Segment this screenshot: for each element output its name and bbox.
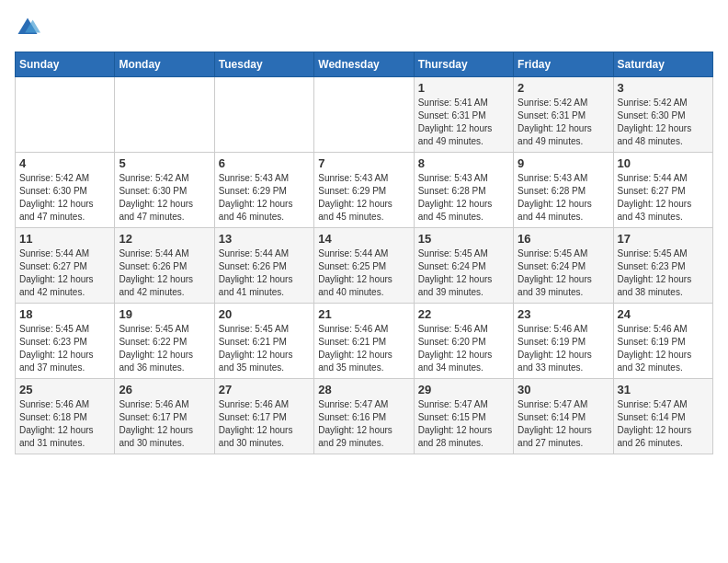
day-info: Sunrise: 5:46 AM Sunset: 6:17 PM Dayligh… xyxy=(119,398,210,450)
day-info: Sunrise: 5:47 AM Sunset: 6:15 PM Dayligh… xyxy=(418,398,509,450)
calendar-day-cell: 13Sunrise: 5:44 AM Sunset: 6:26 PM Dayli… xyxy=(214,228,313,304)
day-info: Sunrise: 5:44 AM Sunset: 6:27 PM Dayligh… xyxy=(19,247,110,299)
calendar-week-row: 25Sunrise: 5:46 AM Sunset: 6:18 PM Dayli… xyxy=(16,379,713,454)
calendar-day-cell: 11Sunrise: 5:44 AM Sunset: 6:27 PM Dayli… xyxy=(16,228,115,304)
calendar-day-cell: 23Sunrise: 5:46 AM Sunset: 6:19 PM Dayli… xyxy=(514,304,613,379)
day-info: Sunrise: 5:46 AM Sunset: 6:21 PM Dayligh… xyxy=(318,323,409,374)
day-number: 13 xyxy=(219,232,310,246)
calendar-day-cell: 27Sunrise: 5:46 AM Sunset: 6:17 PM Dayli… xyxy=(214,379,313,454)
day-info: Sunrise: 5:46 AM Sunset: 6:19 PM Dayligh… xyxy=(618,323,709,374)
day-number: 17 xyxy=(618,232,709,246)
day-info: Sunrise: 5:45 AM Sunset: 6:24 PM Dayligh… xyxy=(418,247,509,299)
calendar-day-cell: 15Sunrise: 5:45 AM Sunset: 6:24 PM Dayli… xyxy=(414,228,513,304)
day-info: Sunrise: 5:45 AM Sunset: 6:23 PM Dayligh… xyxy=(19,323,110,374)
day-info: Sunrise: 5:42 AM Sunset: 6:30 PM Dayligh… xyxy=(618,97,709,148)
day-info: Sunrise: 5:46 AM Sunset: 6:18 PM Dayligh… xyxy=(19,398,110,450)
day-number: 9 xyxy=(518,156,609,170)
calendar-day-cell: 17Sunrise: 5:45 AM Sunset: 6:23 PM Dayli… xyxy=(613,228,712,304)
calendar-day-cell: 24Sunrise: 5:46 AM Sunset: 6:19 PM Dayli… xyxy=(613,304,712,379)
calendar-day-cell: 5Sunrise: 5:42 AM Sunset: 6:30 PM Daylig… xyxy=(115,153,214,228)
day-of-week-header: Wednesday xyxy=(314,52,414,77)
day-info: Sunrise: 5:43 AM Sunset: 6:29 PM Dayligh… xyxy=(219,172,310,224)
calendar-week-row: 1Sunrise: 5:41 AM Sunset: 6:31 PM Daylig… xyxy=(16,77,713,153)
day-number: 25 xyxy=(19,383,110,396)
calendar-day-cell: 3Sunrise: 5:42 AM Sunset: 6:30 PM Daylig… xyxy=(613,77,712,153)
page-header xyxy=(15,15,713,40)
day-number: 23 xyxy=(518,307,609,321)
day-number: 22 xyxy=(418,307,509,321)
day-number: 6 xyxy=(219,156,310,170)
calendar-day-cell: 14Sunrise: 5:44 AM Sunset: 6:25 PM Dayli… xyxy=(314,228,414,304)
day-info: Sunrise: 5:42 AM Sunset: 6:31 PM Dayligh… xyxy=(518,97,609,148)
calendar-day-cell: 10Sunrise: 5:44 AM Sunset: 6:27 PM Dayli… xyxy=(613,153,712,228)
day-info: Sunrise: 5:46 AM Sunset: 6:20 PM Dayligh… xyxy=(418,323,509,374)
day-info: Sunrise: 5:43 AM Sunset: 6:28 PM Dayligh… xyxy=(418,172,509,224)
day-info: Sunrise: 5:43 AM Sunset: 6:28 PM Dayligh… xyxy=(518,172,609,224)
day-info: Sunrise: 5:44 AM Sunset: 6:26 PM Dayligh… xyxy=(219,247,310,299)
day-info: Sunrise: 5:43 AM Sunset: 6:29 PM Dayligh… xyxy=(318,172,409,224)
calendar-day-cell: 2Sunrise: 5:42 AM Sunset: 6:31 PM Daylig… xyxy=(514,77,613,153)
day-number: 20 xyxy=(219,307,310,321)
day-info: Sunrise: 5:42 AM Sunset: 6:30 PM Dayligh… xyxy=(19,172,110,224)
day-number: 3 xyxy=(618,81,709,95)
day-of-week-header: Saturday xyxy=(613,52,712,77)
day-info: Sunrise: 5:47 AM Sunset: 6:14 PM Dayligh… xyxy=(618,398,709,450)
day-number: 28 xyxy=(318,383,409,396)
calendar-day-cell: 31Sunrise: 5:47 AM Sunset: 6:14 PM Dayli… xyxy=(613,379,712,454)
calendar-day-cell: 6Sunrise: 5:43 AM Sunset: 6:29 PM Daylig… xyxy=(214,153,313,228)
calendar-day-cell: 12Sunrise: 5:44 AM Sunset: 6:26 PM Dayli… xyxy=(115,228,214,304)
logo xyxy=(15,15,44,40)
day-number: 27 xyxy=(219,383,310,396)
logo-icon xyxy=(15,15,40,40)
calendar-day-cell: 28Sunrise: 5:47 AM Sunset: 6:16 PM Dayli… xyxy=(314,379,414,454)
day-of-week-header: Thursday xyxy=(414,52,513,77)
calendar-day-cell xyxy=(314,77,414,153)
day-number: 5 xyxy=(119,156,210,170)
day-number: 30 xyxy=(518,383,609,396)
day-info: Sunrise: 5:45 AM Sunset: 6:22 PM Dayligh… xyxy=(119,323,210,374)
day-number: 10 xyxy=(618,156,709,170)
calendar-day-cell xyxy=(16,77,115,153)
day-info: Sunrise: 5:45 AM Sunset: 6:21 PM Dayligh… xyxy=(219,323,310,374)
calendar-header-row: SundayMondayTuesdayWednesdayThursdayFrid… xyxy=(16,52,713,77)
calendar-day-cell: 8Sunrise: 5:43 AM Sunset: 6:28 PM Daylig… xyxy=(414,153,513,228)
day-number: 16 xyxy=(518,232,609,246)
day-info: Sunrise: 5:44 AM Sunset: 6:26 PM Dayligh… xyxy=(119,247,210,299)
calendar-day-cell: 7Sunrise: 5:43 AM Sunset: 6:29 PM Daylig… xyxy=(314,153,414,228)
day-number: 24 xyxy=(618,307,709,321)
calendar-day-cell: 1Sunrise: 5:41 AM Sunset: 6:31 PM Daylig… xyxy=(414,77,513,153)
calendar-week-row: 11Sunrise: 5:44 AM Sunset: 6:27 PM Dayli… xyxy=(16,228,713,304)
calendar-day-cell: 18Sunrise: 5:45 AM Sunset: 6:23 PM Dayli… xyxy=(16,304,115,379)
day-number: 12 xyxy=(119,232,210,246)
day-number: 31 xyxy=(618,383,709,396)
calendar-day-cell: 16Sunrise: 5:45 AM Sunset: 6:24 PM Dayli… xyxy=(514,228,613,304)
calendar-day-cell: 20Sunrise: 5:45 AM Sunset: 6:21 PM Dayli… xyxy=(214,304,313,379)
day-number: 19 xyxy=(119,307,210,321)
day-info: Sunrise: 5:44 AM Sunset: 6:25 PM Dayligh… xyxy=(318,247,409,299)
calendar-day-cell: 30Sunrise: 5:47 AM Sunset: 6:14 PM Dayli… xyxy=(514,379,613,454)
day-info: Sunrise: 5:41 AM Sunset: 6:31 PM Dayligh… xyxy=(418,97,509,148)
calendar-week-row: 4Sunrise: 5:42 AM Sunset: 6:30 PM Daylig… xyxy=(16,153,713,228)
day-info: Sunrise: 5:46 AM Sunset: 6:19 PM Dayligh… xyxy=(518,323,609,374)
day-number: 11 xyxy=(19,232,110,246)
day-info: Sunrise: 5:44 AM Sunset: 6:27 PM Dayligh… xyxy=(618,172,709,224)
day-number: 18 xyxy=(19,307,110,321)
day-of-week-header: Friday xyxy=(514,52,613,77)
calendar-day-cell xyxy=(115,77,214,153)
day-number: 14 xyxy=(318,232,409,246)
calendar-day-cell: 9Sunrise: 5:43 AM Sunset: 6:28 PM Daylig… xyxy=(514,153,613,228)
day-number: 8 xyxy=(418,156,509,170)
calendar-day-cell: 21Sunrise: 5:46 AM Sunset: 6:21 PM Dayli… xyxy=(314,304,414,379)
day-info: Sunrise: 5:42 AM Sunset: 6:30 PM Dayligh… xyxy=(119,172,210,224)
day-of-week-header: Monday xyxy=(115,52,214,77)
day-of-week-header: Sunday xyxy=(16,52,115,77)
calendar-day-cell: 26Sunrise: 5:46 AM Sunset: 6:17 PM Dayli… xyxy=(115,379,214,454)
calendar-day-cell: 25Sunrise: 5:46 AM Sunset: 6:18 PM Dayli… xyxy=(16,379,115,454)
day-of-week-header: Tuesday xyxy=(214,52,313,77)
calendar-day-cell: 22Sunrise: 5:46 AM Sunset: 6:20 PM Dayli… xyxy=(414,304,513,379)
day-number: 1 xyxy=(418,81,509,95)
day-info: Sunrise: 5:45 AM Sunset: 6:24 PM Dayligh… xyxy=(518,247,609,299)
calendar-day-cell xyxy=(214,77,313,153)
calendar-day-cell: 29Sunrise: 5:47 AM Sunset: 6:15 PM Dayli… xyxy=(414,379,513,454)
day-number: 29 xyxy=(418,383,509,396)
